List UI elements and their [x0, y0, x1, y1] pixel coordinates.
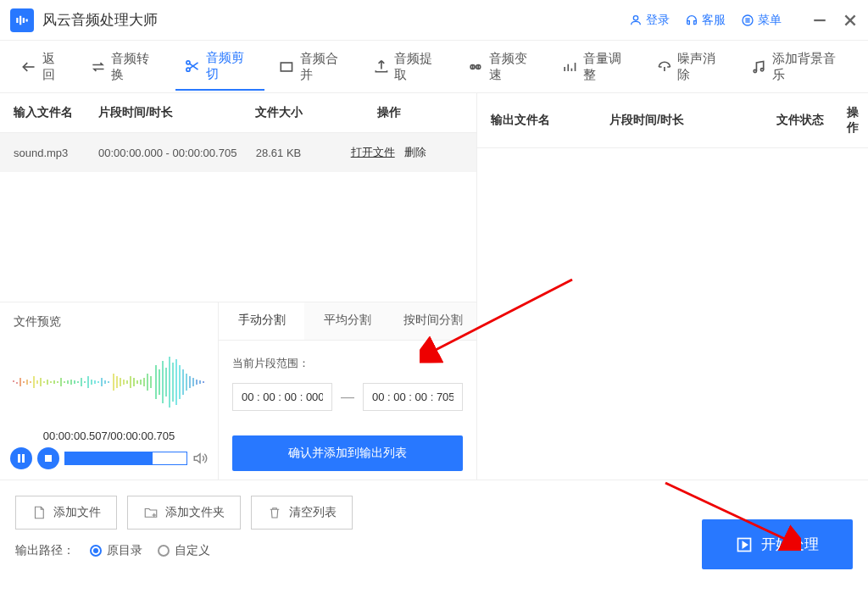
tab-extract[interactable]: 音频提取	[364, 44, 453, 90]
svg-rect-1	[19, 15, 21, 25]
col-input-size: 文件大小	[242, 105, 314, 120]
row-ops: 打开文件 删除	[314, 145, 463, 160]
cut-label: 音频剪切	[206, 50, 257, 82]
tab-cut[interactable]: 音频剪切	[175, 43, 264, 91]
split-tab-average[interactable]: 平均分割	[304, 302, 390, 340]
split-tabs: 手动分割 平均分割 按时间分割	[219, 302, 476, 341]
waveform-icon	[12, 352, 207, 412]
tab-denoise[interactable]: 噪声消除	[648, 44, 737, 90]
range-from-input[interactable]	[232, 383, 332, 411]
file-add-icon	[31, 505, 47, 520]
volume-label: 音量调整	[583, 51, 634, 83]
output-path-label: 输出路径：	[15, 543, 75, 558]
col-input-op: 操作	[314, 105, 463, 120]
menu-link[interactable]: 菜单	[741, 13, 782, 28]
stop-button[interactable]	[37, 447, 59, 469]
svg-point-14	[186, 68, 190, 71]
denoise-icon	[656, 58, 673, 75]
play-box-icon	[736, 536, 753, 553]
radio-custom-label: 自定义	[175, 543, 210, 558]
svg-rect-2	[23, 18, 25, 23]
start-process-button[interactable]: 开始处理	[702, 519, 853, 569]
start-label: 开始处理	[761, 535, 819, 554]
volume-bars-icon	[561, 58, 578, 75]
login-link[interactable]: 登录	[629, 13, 670, 28]
denoise-label: 噪声消除	[677, 51, 728, 83]
toolbar: 返回 音频转换 音频剪切 音频合并 音频提取 音频变速 音量调整 噪声消除 添加…	[0, 41, 868, 93]
extract-icon	[373, 58, 390, 75]
clear-list-button[interactable]: 清空列表	[251, 496, 353, 530]
row-time: 00:00:00.000 - 00:00:00.705	[98, 147, 242, 159]
minimize-button[interactable]	[812, 13, 827, 28]
range-dash: —	[341, 390, 354, 405]
input-pane: 输入文件名 片段时间/时长 文件大小 操作 sound.mp3 00:00:00…	[0, 93, 477, 480]
tab-volume[interactable]: 音量调整	[553, 44, 642, 90]
radio-original[interactable]: 原目录	[90, 543, 142, 558]
add-file-label: 添加文件	[53, 505, 101, 520]
input-table-header: 输入文件名 片段时间/时长 文件大小 操作	[0, 93, 476, 133]
tab-convert[interactable]: 音频转换	[81, 44, 170, 90]
svg-rect-84	[45, 455, 52, 462]
col-input-name: 输入文件名	[14, 105, 98, 120]
titlebar: 风云音频处理大师 登录 客服 菜单	[0, 0, 868, 41]
clear-list-label: 清空列表	[289, 505, 337, 520]
convert-label: 音频转换	[111, 51, 162, 83]
progress-bar[interactable]	[64, 452, 187, 465]
add-file-button[interactable]: 添加文件	[15, 496, 117, 530]
add-folder-label: 添加文件夹	[165, 505, 225, 520]
split-tab-manual[interactable]: 手动分割	[219, 302, 304, 340]
arrow-left-icon	[20, 58, 37, 75]
stop-icon	[44, 454, 53, 463]
scissors-icon	[184, 58, 201, 75]
svg-point-4	[633, 15, 637, 19]
trash-icon	[267, 505, 282, 520]
col-output-status: 文件状态	[754, 113, 847, 128]
svg-line-15	[190, 64, 198, 69]
svg-point-25	[760, 68, 763, 70]
range-box: 当前片段范围： —	[219, 341, 476, 426]
col-output-time: 片段时间/时长	[609, 113, 754, 128]
headset-icon	[685, 14, 698, 27]
range-to-input[interactable]	[363, 383, 463, 411]
merge-icon	[278, 58, 295, 75]
svg-point-13	[186, 60, 190, 64]
tab-speed[interactable]: 音频变速	[459, 44, 548, 90]
user-icon	[629, 14, 643, 27]
row-name: sound.mp3	[14, 147, 98, 159]
time-display: 00:00:00.507/00:00:00.705	[10, 430, 208, 442]
tab-merge[interactable]: 音频合并	[270, 44, 359, 90]
confirm-add-button[interactable]: 确认并添加到输出列表	[232, 435, 463, 471]
pause-button[interactable]	[10, 447, 32, 469]
extract-label: 音频提取	[394, 51, 445, 83]
support-link[interactable]: 客服	[685, 13, 726, 28]
menu-label: 菜单	[758, 13, 782, 28]
radio-dot-checked-icon	[90, 545, 102, 557]
merge-label: 音频合并	[300, 51, 351, 83]
col-output-name: 输出文件名	[491, 113, 609, 128]
preview-row: 文件预览	[0, 302, 476, 480]
waveform-display[interactable]	[0, 341, 218, 423]
svg-rect-0	[16, 18, 18, 23]
svg-rect-83	[22, 454, 25, 463]
back-button[interactable]: 返回	[12, 44, 76, 90]
close-button[interactable]	[843, 13, 858, 28]
col-input-time: 片段时间/时长	[98, 105, 242, 120]
login-label: 登录	[646, 13, 670, 28]
tab-bgm[interactable]: 添加背景音乐	[742, 44, 856, 90]
output-pane: 输出文件名 片段时间/时长 文件状态 操作	[477, 93, 868, 480]
volume-icon[interactable]	[192, 451, 208, 466]
speed-label: 音频变速	[489, 51, 540, 83]
add-folder-button[interactable]: 添加文件夹	[127, 496, 241, 530]
menu-icon	[741, 14, 754, 27]
svg-rect-17	[281, 63, 292, 71]
table-row[interactable]: sound.mp3 00:00:00.000 - 00:00:00.705 28…	[0, 133, 476, 172]
radio-original-label: 原目录	[107, 543, 142, 558]
speed-icon	[467, 58, 484, 75]
open-file-link[interactable]: 打开文件	[351, 146, 395, 158]
split-tab-bytime[interactable]: 按时间分割	[391, 302, 476, 340]
radio-custom[interactable]: 自定义	[158, 543, 210, 558]
split-panel: 手动分割 平均分割 按时间分割 当前片段范围： — 确认并添加到输出列表	[219, 302, 476, 480]
delete-link[interactable]: 删除	[404, 146, 426, 158]
radio-dot-icon	[158, 545, 170, 557]
time-total: 00:00:00.705	[110, 430, 175, 442]
